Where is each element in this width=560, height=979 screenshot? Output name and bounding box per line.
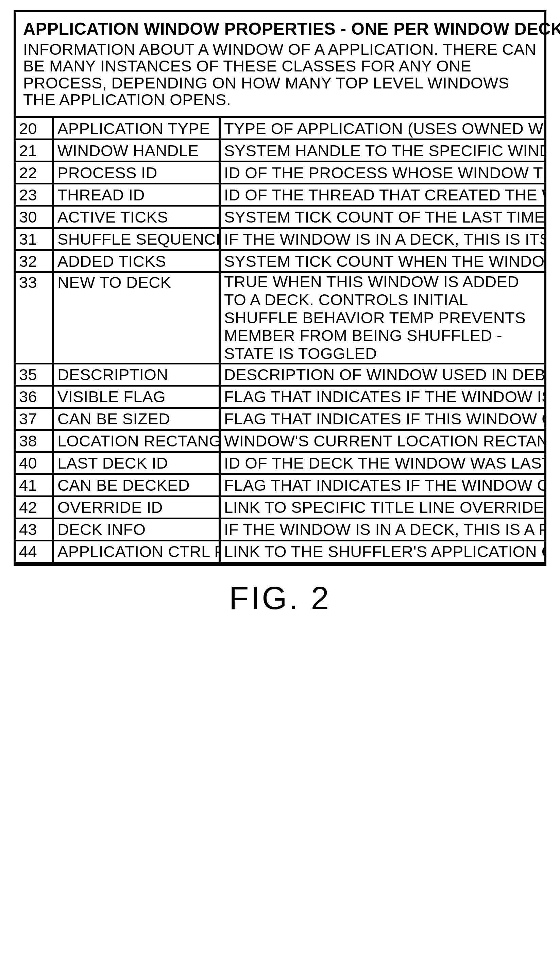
property-name: NEW TO DECK (53, 272, 220, 363)
property-name: APPLICATION CTRL POINTER (53, 540, 220, 563)
property-description: ID OF THE PROCESS WHOSE WINDOW THIS IS. … (220, 162, 544, 184)
property-description: ID OF THE THREAD THAT CREATED THE WINDOW… (220, 184, 544, 206)
row-number: 35 (16, 363, 53, 386)
row-number: 43 (16, 518, 53, 540)
property-name: ACTIVE TICKS (53, 206, 220, 228)
row-number: 20 (16, 118, 53, 140)
row-number: 23 (16, 184, 53, 206)
row-number: 32 (16, 250, 53, 272)
property-name: DESCRIPTION (53, 363, 220, 386)
property-name: OVERRIDE ID (53, 496, 220, 518)
table-row: 37CAN BE SIZEDFLAG THAT INDICATES IF THI… (16, 408, 544, 430)
table-title: APPLICATION WINDOW PROPERTIES - ONE PER … (23, 19, 537, 39)
table-row: 44APPLICATION CTRL POINTERLINK TO THE SH… (16, 540, 544, 563)
table-row: 31SHUFFLE SEQUENCEIF THE WINDOW IS IN A … (16, 228, 544, 250)
property-description: SYSTEM HANDLE TO THE SPECIFIC WINDOW (220, 140, 544, 162)
row-number: 22 (16, 162, 53, 184)
property-description: TRUE WHEN THIS WINDOW IS ADDED TO A DECK… (220, 272, 544, 363)
property-name: CAN BE SIZED (53, 408, 220, 430)
property-description: IF THE WINDOW IS IN A DECK, THIS IS A PO… (220, 518, 544, 540)
row-number: 37 (16, 408, 53, 430)
row-number: 41 (16, 474, 53, 496)
property-name: APPLICATION TYPE (53, 118, 220, 140)
table-row: 21WINDOW HANDLESYSTEM HANDLE TO THE SPEC… (16, 140, 544, 162)
property-name: VISIBLE FLAG (53, 386, 220, 408)
property-name: ADDED TICKS (53, 250, 220, 272)
row-number: 33 (16, 272, 53, 363)
row-number: 21 (16, 140, 53, 162)
property-name: THREAD ID (53, 184, 220, 206)
table-row: 40LAST DECK IDID OF THE DECK THE WINDOW … (16, 452, 544, 474)
property-name: SHUFFLE SEQUENCE (53, 228, 220, 250)
property-description: FLAG THAT INDICATES IF THE WINDOW IS VIS… (220, 386, 544, 408)
row-number: 40 (16, 452, 53, 474)
property-name: LOCATION RECTANGLE (53, 430, 220, 452)
page: APPLICATION WINDOW PROPERTIES - ONE PER … (0, 0, 560, 623)
property-description: FLAG THAT INDICATES IF THE WINDOW CAN BE… (220, 474, 544, 496)
property-description: WINDOW'S CURRENT LOCATION RECTANGLE. (220, 430, 544, 452)
row-number: 31 (16, 228, 53, 250)
table-row: 36VISIBLE FLAGFLAG THAT INDICATES IF THE… (16, 386, 544, 408)
table-row: 30ACTIVE TICKSSYSTEM TICK COUNT OF THE L… (16, 206, 544, 228)
table-frame: APPLICATION WINDOW PROPERTIES - ONE PER … (13, 10, 547, 566)
table-row: 33NEW TO DECKTRUE WHEN THIS WINDOW IS AD… (16, 272, 544, 363)
row-number: 30 (16, 206, 53, 228)
property-name: CAN BE DECKED (53, 474, 220, 496)
property-description: LINK TO THE SHUFFLER'S APPLICATION CONTR… (220, 540, 544, 563)
property-description: TYPE OF APPLICATION (USES OWNED WINDOWS,… (220, 118, 544, 140)
property-description: DESCRIPTION OF WINDOW USED IN DEBUG OUTP… (220, 363, 544, 386)
table-subtitle: INFORMATION ABOUT A WINDOW OF A APPLICAT… (23, 41, 537, 108)
property-description: ID OF THE DECK THE WINDOW WAS LAST REMOV… (220, 452, 544, 474)
property-name: PROCESS ID (53, 162, 220, 184)
table-row: 32ADDED TICKSSYSTEM TICK COUNT WHEN THE … (16, 250, 544, 272)
figure-label: FIG. 2 (13, 580, 547, 616)
table-row: 38LOCATION RECTANGLEWINDOW'S CURRENT LOC… (16, 430, 544, 452)
table-row: 23THREAD IDID OF THE THREAD THAT CREATED… (16, 184, 544, 206)
table-row: 22PROCESS IDID OF THE PROCESS WHOSE WIND… (16, 162, 544, 184)
property-description: SYSTEM TICK COUNT OF THE LAST TIME THE W… (220, 206, 544, 228)
property-description: FLAG THAT INDICATES IF THIS WINDOW CAN B… (220, 408, 544, 430)
row-number: 38 (16, 430, 53, 452)
table-row: 41CAN BE DECKEDFLAG THAT INDICATES IF TH… (16, 474, 544, 496)
property-name: DECK INFO (53, 518, 220, 540)
table-row: 35DESCRIPTIONDESCRIPTION OF WINDOW USED … (16, 363, 544, 386)
table-row: 20APPLICATION TYPETYPE OF APPLICATION (U… (16, 118, 544, 140)
row-number: 42 (16, 496, 53, 518)
properties-table: 20APPLICATION TYPETYPE OF APPLICATION (U… (16, 118, 544, 563)
property-description: LINK TO SPECIFIC TITLE LINE OVERRIDE INF… (220, 496, 544, 518)
property-name: LAST DECK ID (53, 452, 220, 474)
property-name: WINDOW HANDLE (53, 140, 220, 162)
property-description: IF THE WINDOW IS IN A DECK, THIS IS ITS … (220, 228, 544, 250)
table-row: 43DECK INFOIF THE WINDOW IS IN A DECK, T… (16, 518, 544, 540)
table-header: APPLICATION WINDOW PROPERTIES - ONE PER … (16, 12, 544, 118)
property-description: SYSTEM TICK COUNT WHEN THE WINDOW WAS AD… (220, 250, 544, 272)
row-number: 44 (16, 540, 53, 563)
row-number: 36 (16, 386, 53, 408)
table-row: 42OVERRIDE IDLINK TO SPECIFIC TITLE LINE… (16, 496, 544, 518)
